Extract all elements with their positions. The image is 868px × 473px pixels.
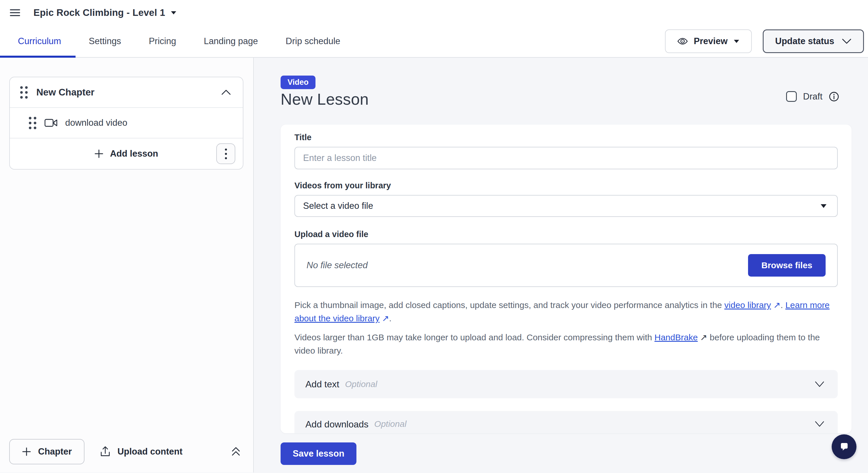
draft-checkbox[interactable] (786, 91, 797, 102)
active-tab-underline (0, 56, 75, 58)
add-chapter-button[interactable]: Chapter (9, 439, 85, 464)
add-text-label: Add text (305, 379, 339, 390)
course-title-dropdown[interactable]: Epic Rock Climbing - Level 1 (33, 7, 177, 18)
lesson-type-badge: Video (281, 75, 315, 89)
draft-toggle-group: Draft (786, 91, 839, 102)
tabs: Curriculum Settings Pricing Landing page… (18, 36, 340, 46)
update-status-button[interactable]: Update status (763, 29, 864, 53)
lesson-title-input[interactable] (294, 147, 838, 169)
file-upload-field: No file selected Browse files (294, 244, 838, 287)
course-title: Epic Rock Climbing - Level 1 (33, 7, 165, 18)
optional-label: Optional (374, 419, 407, 429)
lesson-title: download video (65, 118, 127, 128)
caret-down-icon (733, 39, 740, 43)
chevron-down-icon (815, 381, 825, 387)
sidebar-footer: Chapter Upload content (9, 439, 242, 464)
lesson-page-title: New Lesson (281, 90, 369, 108)
lesson-editor: Video New Lesson Draft Title Videos from… (254, 58, 868, 472)
add-downloads-accordion[interactable]: Add downloads Optional (294, 411, 838, 433)
top-bar: Epic Rock Climbing - Level 1 (0, 0, 868, 25)
caret-down-icon (170, 11, 177, 15)
video-library-select-value: Select a video file (303, 201, 373, 211)
draft-label: Draft (803, 91, 823, 102)
chat-widget-button[interactable] (832, 434, 857, 459)
kebab-menu-icon (225, 149, 227, 159)
compression-help-text: Videos larger than 1GB may take longer t… (294, 331, 838, 357)
chevron-down-icon (815, 421, 825, 427)
add-downloads-label: Add downloads (305, 419, 369, 430)
chapter-footer: Add lesson (10, 138, 243, 169)
plus-icon (22, 447, 31, 456)
title-field-label: Title (294, 133, 838, 142)
add-chapter-label: Chapter (38, 446, 72, 457)
tab-settings[interactable]: Settings (89, 36, 121, 46)
browse-files-button[interactable]: Browse files (748, 254, 826, 277)
eye-icon (677, 36, 688, 46)
chapter-title: New Chapter (36, 87, 95, 98)
lesson-item-download-video[interactable]: download video (10, 107, 243, 138)
drag-handle-icon[interactable] (20, 86, 28, 99)
optional-label: Optional (345, 379, 377, 389)
external-link-icon: ↗ (382, 312, 389, 325)
handbrake-link[interactable]: HandBrake (655, 333, 698, 342)
upload-icon (100, 446, 111, 458)
tab-drip-schedule[interactable]: Drip schedule (286, 36, 341, 46)
video-camera-icon (44, 119, 58, 127)
preview-button[interactable]: Preview (665, 29, 752, 53)
no-file-selected-text: No file selected (307, 260, 368, 271)
add-text-accordion[interactable]: Add text Optional (294, 370, 838, 398)
double-chevron-up-icon (230, 446, 242, 458)
tab-bar-actions: Preview Update status (665, 29, 868, 53)
upload-content-label: Upload content (117, 446, 183, 457)
tab-landing-page[interactable]: Landing page (204, 36, 258, 46)
info-icon[interactable] (829, 91, 839, 102)
tab-pricing[interactable]: Pricing (149, 36, 176, 46)
chevron-down-icon (842, 38, 851, 44)
add-lesson-button[interactable]: Add lesson (94, 149, 158, 159)
video-library-select[interactable]: Select a video file (294, 195, 838, 217)
chevron-up-icon[interactable] (221, 89, 231, 95)
library-field-label: Videos from your library (294, 181, 838, 190)
drag-handle-icon[interactable] (29, 117, 36, 129)
plus-icon (94, 149, 103, 158)
upload-field-label: Upload a video file (294, 229, 838, 239)
chapter-header[interactable]: New Chapter (10, 77, 243, 107)
upload-content-button[interactable]: Upload content (100, 446, 183, 458)
add-lesson-label: Add lesson (110, 149, 158, 159)
save-lesson-button[interactable]: Save lesson (281, 442, 356, 465)
chapter-card: New Chapter download video Add lesson (9, 77, 243, 169)
external-link-icon: ↗ (773, 298, 781, 312)
video-library-link[interactable]: video library↗ (724, 300, 781, 310)
tab-curriculum[interactable]: Curriculum (18, 36, 61, 46)
video-library-help-text: Pick a thumbnail image, add closed capti… (294, 298, 838, 325)
update-status-label: Update status (775, 36, 834, 46)
content-area: New Chapter download video Add lesson (0, 58, 868, 472)
lesson-form-card: Title Videos from your library Select a … (281, 125, 851, 433)
external-link-icon: ↗ (700, 331, 707, 344)
chat-bubble-icon (838, 440, 850, 453)
caret-down-icon (820, 204, 827, 208)
preview-label: Preview (694, 36, 727, 46)
chapter-options-button[interactable] (216, 143, 235, 164)
tab-bar: Curriculum Settings Pricing Landing page… (0, 25, 868, 58)
collapse-all-button[interactable] (230, 446, 242, 458)
hamburger-menu-icon[interactable] (9, 7, 21, 19)
app-window: Epic Rock Climbing - Level 1 Curriculum … (0, 0, 868, 473)
curriculum-sidebar: New Chapter download video Add lesson (0, 58, 254, 472)
